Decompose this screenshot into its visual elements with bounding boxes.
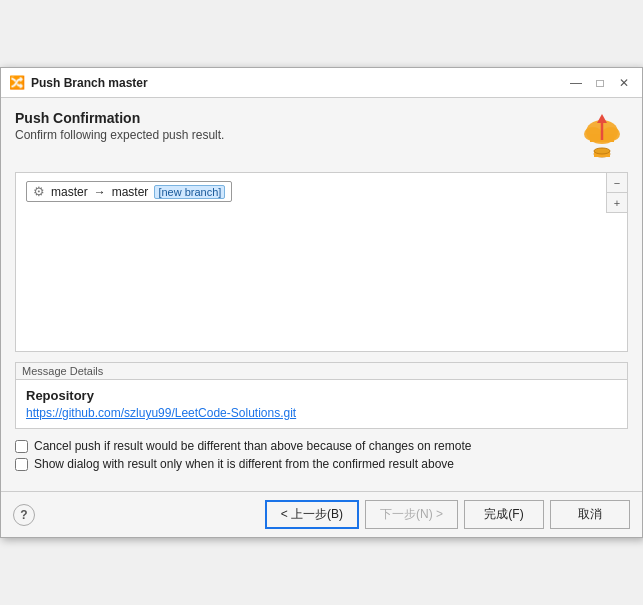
push-title: Push Confirmation	[15, 110, 580, 126]
back-button[interactable]: < 上一步(B)	[265, 500, 359, 529]
repository-url[interactable]: https://github.com/szluyu99/LeetCode-Sol…	[26, 406, 296, 420]
next-button[interactable]: 下一步(N) >	[365, 500, 458, 529]
push-subtitle: Confirm following expected push result.	[15, 128, 580, 142]
message-content: Repository https://github.com/szluyu99/L…	[16, 380, 627, 428]
svg-point-8	[594, 148, 610, 154]
main-content: Push Confirmation Confirm following expe…	[1, 98, 642, 481]
minimize-button[interactable]: —	[566, 73, 586, 93]
close-button[interactable]: ✕	[614, 73, 634, 93]
branch-icon: ⚙	[33, 184, 45, 199]
branch-to: master	[112, 185, 149, 199]
push-title-block: Push Confirmation Confirm following expe…	[15, 110, 580, 142]
finish-button[interactable]: 完成(F)	[464, 500, 544, 529]
main-window: 🔀 Push Branch master — □ ✕ Push Confirma…	[0, 67, 643, 538]
cancel-push-checkbox[interactable]	[15, 440, 28, 453]
cloud-upload-icon	[580, 110, 624, 162]
dialog-footer: ? < 上一步(B) 下一步(N) > 完成(F) 取消	[1, 491, 642, 537]
help-button[interactable]: ?	[13, 504, 35, 526]
branch-arrow: →	[94, 185, 106, 199]
branch-from: master	[51, 185, 88, 199]
app-icon: 🔀	[9, 75, 25, 91]
cancel-push-option[interactable]: Cancel push if result would be different…	[15, 439, 628, 453]
window-title: Push Branch master	[31, 76, 560, 90]
show-dialog-label: Show dialog with result only when it is …	[34, 457, 454, 471]
svg-marker-5	[597, 114, 607, 123]
options-checkboxes: Cancel push if result would be different…	[15, 439, 628, 471]
message-details-label: Message Details	[16, 363, 627, 380]
titlebar: 🔀 Push Branch master — □ ✕	[1, 68, 642, 98]
branch-label: ⚙ master → master [new branch]	[26, 181, 232, 202]
branch-panel-inner: ⚙ master → master [new branch]	[16, 173, 627, 210]
show-dialog-checkbox[interactable]	[15, 458, 28, 471]
maximize-button[interactable]: □	[590, 73, 610, 93]
repository-label: Repository	[26, 388, 617, 403]
scroll-down-button[interactable]: +	[607, 193, 627, 213]
push-header: Push Confirmation Confirm following expe…	[15, 110, 628, 162]
branch-scroll-controls: − +	[606, 173, 627, 213]
show-dialog-option[interactable]: Show dialog with result only when it is …	[15, 457, 628, 471]
scroll-up-button[interactable]: −	[607, 173, 627, 193]
window-controls: — □ ✕	[566, 73, 634, 93]
cancel-button[interactable]: 取消	[550, 500, 630, 529]
new-branch-tag: [new branch]	[154, 185, 225, 199]
cancel-push-label: Cancel push if result would be different…	[34, 439, 471, 453]
message-details-section: Message Details Repository https://githu…	[15, 362, 628, 429]
footer-buttons: < 上一步(B) 下一步(N) > 完成(F) 取消	[265, 500, 630, 529]
branch-panel: ⚙ master → master [new branch] − +	[15, 172, 628, 352]
push-icon-group	[580, 110, 624, 162]
